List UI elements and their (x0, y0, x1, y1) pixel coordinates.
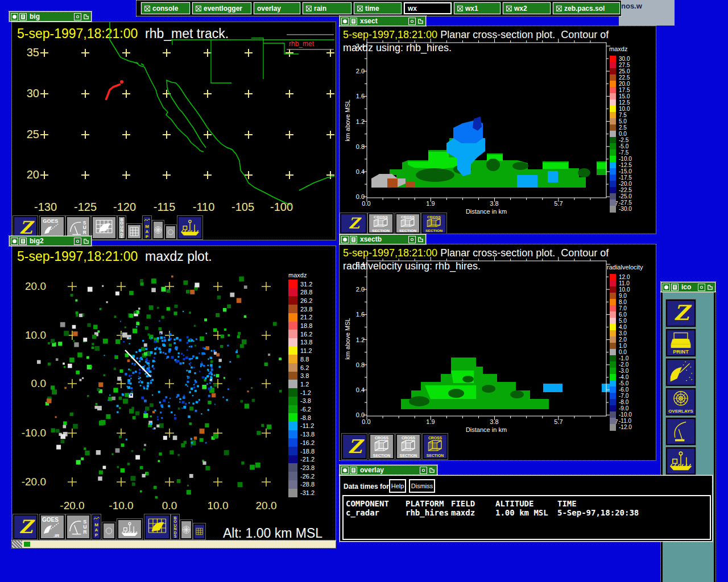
titlebar-ico[interactable]: ico (661, 282, 715, 292)
scrollbar-thumb[interactable] (24, 542, 30, 547)
colorbar-label: -8.0 (619, 399, 628, 405)
colorbar-cell (610, 424, 616, 431)
window-iconify-icon[interactable] (82, 13, 90, 20)
colorbar-cell (288, 447, 297, 455)
colorbar-cell (288, 422, 297, 430)
titlebar-overlay[interactable]: overlay (340, 465, 437, 475)
colorbar-label: -7.0 (619, 393, 628, 399)
colorbar-label: -1.2 (300, 389, 311, 396)
window-iconify-icon[interactable] (417, 236, 424, 243)
menubar-item-overlay[interactable]: overlay (254, 2, 300, 14)
titlebar-xsect[interactable]: xsect (340, 16, 426, 26)
menubar-item-console[interactable]: console (141, 2, 190, 14)
colorbar-label: -2.5 (619, 137, 628, 143)
ship-button[interactable] (666, 447, 696, 475)
colorbar-label: 6.0 (619, 311, 627, 318)
y-tick-label: 2.4 (349, 261, 365, 268)
window-doc-icon[interactable] (350, 236, 357, 243)
colorbar-label: -3.0 (619, 368, 628, 374)
overlays-button[interactable]: OVERLAYS (666, 388, 696, 415)
window-doc-icon[interactable] (350, 467, 357, 474)
colorbar-cell (288, 347, 297, 355)
window-zoom-icon[interactable] (408, 236, 416, 243)
titlebar-big[interactable]: big (9, 11, 92, 22)
colorbar-label: 12.5 (619, 99, 630, 106)
y-tick-label: 0.0 (349, 411, 365, 418)
radar-dish-button[interactable] (666, 418, 696, 445)
horizontal-scrollbar[interactable] (12, 541, 336, 548)
colorbar-cell (288, 489, 297, 497)
colorbar-cell (610, 336, 616, 343)
colorbar-label: 5.0 (619, 318, 627, 324)
menubar-item-eventlogger[interactable]: eventlogger (192, 2, 251, 14)
window-doc-icon[interactable] (671, 284, 679, 291)
titlebar-big2[interactable]: big2 (9, 236, 92, 246)
menubar-item-wx1[interactable]: wx1 (454, 2, 500, 14)
print-button[interactable]: PRINT (666, 329, 696, 356)
y-tick-label: 20.0 (13, 280, 46, 293)
scrollbar-anchor[interactable] (12, 541, 22, 548)
x-tick-label: -20.0 (52, 500, 92, 512)
y-tick-label: 0.4 (349, 168, 365, 175)
colorbar-label: 1.2 (300, 381, 309, 388)
window-iconify-icon[interactable] (428, 467, 436, 474)
colorbar-cell (610, 199, 616, 206)
titlebar-xsectb[interactable]: xsectb (340, 234, 426, 244)
menubar-item-label: overlay (257, 5, 281, 13)
colorbar-label: -2.0 (619, 361, 628, 368)
window-zoom-icon[interactable] (420, 467, 427, 474)
menubar-item-wx[interactable]: wx (404, 2, 452, 14)
table-header-platform: PLATFORM (406, 499, 444, 508)
y-tick-label: 1.2 (349, 118, 365, 125)
x-tick-label: -130 (26, 201, 65, 214)
window-iconify-icon[interactable] (417, 18, 424, 25)
y-axis-title: km above MSL (344, 64, 351, 177)
colorbar-label: 31.2 (300, 281, 312, 288)
window-menu-icon[interactable] (11, 13, 18, 20)
colorbar-cell (288, 463, 297, 472)
help-button[interactable]: Help (389, 479, 406, 493)
x-tick-label: -125 (65, 201, 105, 214)
zeb-logo-button[interactable]: Z (666, 300, 696, 327)
menubar-item-time[interactable]: time (354, 2, 402, 14)
colorbar-label: 21.2 (300, 314, 312, 321)
window-big-map: 5-sep-1997,18:21:00 rhb_met track. ZGOES… (12, 22, 336, 240)
window-iconify-icon[interactable] (706, 284, 714, 291)
window-menu-icon[interactable] (663, 284, 670, 291)
y-tick-label: 1.6 (349, 93, 365, 99)
background-window-nos[interactable]: nos.w (619, 0, 675, 26)
window-zoom-icon[interactable] (74, 238, 81, 245)
svg-text:PRINT: PRINT (673, 349, 689, 355)
window-iconify-icon[interactable] (82, 238, 90, 245)
window-menu-icon[interactable] (341, 236, 349, 243)
window-zoom-icon[interactable] (408, 18, 416, 25)
window-menu-icon[interactable] (341, 18, 349, 25)
satellite-button[interactable] (666, 359, 696, 386)
y-tick-label: 0.0 (349, 193, 365, 200)
menubar-item-wx2[interactable]: wx2 (503, 2, 551, 14)
x-tick-label: -10.0 (101, 500, 141, 512)
window-doc-icon[interactable] (350, 18, 357, 25)
x-tick-label: 5.7 (547, 418, 570, 425)
window-menu-icon[interactable] (341, 467, 349, 474)
table-header-component: COMPONENT (346, 499, 389, 508)
window-zoom-icon[interactable] (698, 284, 705, 291)
colorbar-label: 2.5 (619, 124, 627, 131)
window-zoom-icon[interactable] (74, 13, 81, 20)
menubar-item-zeb.pacs.sol[interactable]: zeb.pacs.sol (553, 2, 620, 14)
colorbar-label: 27.5 (619, 62, 630, 68)
window-menu-icon[interactable] (11, 238, 18, 245)
x-tick-label: -100 (262, 201, 301, 214)
checkbox-icon (556, 6, 562, 11)
colorbar-label: 10.0 (619, 106, 630, 112)
table-cell: maxdz (451, 508, 475, 517)
colorbar-label: 1.0 (619, 343, 627, 349)
colorbar-cell (288, 480, 297, 489)
menubar-item-label: zeb.pacs.sol (564, 5, 605, 13)
menubar-item-rain[interactable]: rain (303, 2, 351, 14)
window-doc-icon[interactable] (19, 238, 27, 245)
dismiss-button[interactable]: Dismiss (409, 479, 435, 493)
x-tick-label: 10.0 (198, 500, 238, 512)
colorbar-label: -23.8 (300, 464, 315, 471)
window-doc-icon[interactable] (19, 13, 27, 20)
